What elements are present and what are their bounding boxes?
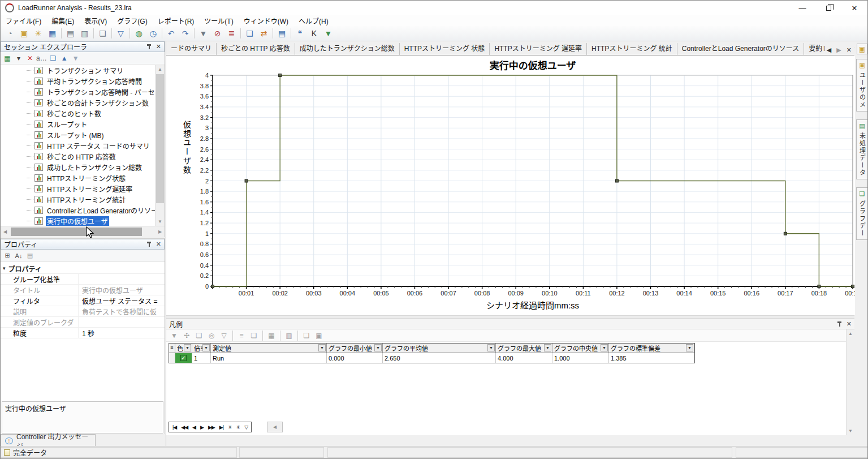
output-messages-icon[interactable]: ❝ (293, 27, 306, 40)
tree-item[interactable]: スループット (1, 119, 155, 130)
close-tab-icon[interactable]: ✕ (847, 46, 852, 54)
menu-item-7[interactable]: ヘルプ(H) (293, 15, 334, 26)
categorized-icon[interactable]: ⊞ (2, 251, 12, 261)
controller-output-tab[interactable]: ! Controller 出力メッセージ (1, 434, 96, 447)
legend-column-header-0[interactable]: 色▼ (175, 344, 192, 353)
scrollbar-thumb[interactable] (11, 228, 142, 236)
graph-tab-3[interactable]: HTTPストリーミング 状態 (400, 43, 490, 55)
legend-scroll-left-icon[interactable]: ◀ (267, 422, 283, 432)
prev-record-button[interactable]: ◀ (190, 424, 198, 430)
show-measurement-icon[interactable]: ◎ (206, 332, 217, 340)
right-tab-0[interactable]: ▣ユーザのメ (856, 59, 868, 111)
user-notes-button[interactable]: ▣ (857, 44, 867, 54)
last-record-button[interactable]: ▶| (217, 424, 226, 430)
first-record-button[interactable]: |◀ (170, 424, 179, 430)
graph-tab-0[interactable]: ードのサマリ (166, 43, 217, 55)
column-filter-dropdown-icon[interactable]: ▼ (318, 344, 326, 351)
scrollbar-thumb[interactable] (156, 74, 164, 203)
configure-columns-icon[interactable]: ▦ (266, 332, 277, 340)
property-row[interactable]: 説明負荷テストで各秒間に仮 (1, 306, 165, 317)
tree-item[interactable]: 平均トランザクション応答時間 (1, 76, 155, 87)
new-session-icon[interactable]: ✳ (32, 27, 45, 40)
raw-data-icon[interactable]: ❏ (301, 332, 312, 340)
menu-item-3[interactable]: グラフ(G) (112, 15, 152, 26)
animated-graph-icon[interactable]: ✣ (181, 332, 192, 340)
prev-tab-icon[interactable]: ◀ (827, 46, 831, 54)
export-legend-icon[interactable]: ▣ (313, 332, 325, 340)
copy-icon[interactable]: ❏ (96, 27, 109, 40)
pin-icon[interactable] (836, 321, 842, 327)
move-down-icon[interactable]: ▼ (71, 53, 81, 63)
menu-item-2[interactable]: 表示(V) (79, 15, 112, 26)
tree-item[interactable]: HTTP ステータス コードのサマリ (1, 140, 155, 151)
export-icon[interactable]: ▼ (322, 27, 335, 40)
copy-legend-icon[interactable]: ❏ (248, 332, 260, 340)
tree-item[interactable]: トランザクション サマリ (1, 65, 155, 76)
duplicate-measurement-icon[interactable]: ❏ (193, 332, 205, 340)
column-filter-dropdown-icon[interactable]: ▼ (487, 344, 495, 351)
close-button[interactable]: ✕ (841, 1, 867, 15)
append-record-button[interactable]: ✳ (234, 424, 243, 430)
tree-item[interactable]: 秒ごとのヒット数 (1, 108, 155, 119)
property-pages-icon[interactable]: ▤ (25, 251, 35, 261)
right-tab-1[interactable]: ▤未処理データ (856, 119, 868, 179)
property-row[interactable]: 測定値のブレークダ (1, 317, 165, 328)
tree-vertical-scrollbar[interactable]: ▲ ▼ (155, 65, 165, 226)
move-up-icon[interactable]: ▲ (59, 53, 70, 63)
scroll-up-icon[interactable]: ▲ (847, 329, 854, 338)
legend-column-header-6[interactable]: グラフの中央値▼ (552, 344, 609, 353)
merge-graphs-icon[interactable]: ≣ (225, 27, 238, 40)
graph-tab-1[interactable]: 秒ごとの HTTP 応答数 (217, 43, 295, 55)
column-filter-dropdown-icon[interactable]: ▼ (686, 344, 693, 351)
pin-icon[interactable] (146, 44, 152, 50)
graph-tab-6[interactable]: ControllerとLoad Generatorのリソース (677, 43, 804, 55)
property-row[interactable]: フィルタ仮想ユーザ ステータス = (1, 295, 165, 306)
configure-measurement-icon[interactable]: ▼ (169, 332, 180, 340)
tree-item[interactable]: スループット (MB) (1, 130, 155, 140)
next-tab-icon[interactable]: ▶ (836, 46, 841, 54)
column-filter-dropdown-icon[interactable]: ▼ (601, 344, 608, 351)
tree-item[interactable]: トランザクション応答時間 - パーセンタイル (1, 87, 155, 97)
add-graph-dropdown-icon[interactable]: ▾ (14, 53, 24, 63)
close-icon[interactable]: ✕ (156, 44, 161, 50)
scroll-right-icon[interactable]: ▶ (156, 226, 165, 237)
graph-tab-5[interactable]: HTTPストリーミング 統計 (587, 43, 677, 55)
property-row[interactable]: グループ化基準 (1, 274, 165, 285)
scroll-down-icon[interactable]: ▼ (847, 427, 854, 435)
column-filter-dropdown-icon[interactable]: ▼ (202, 344, 210, 351)
tree-item[interactable]: HTTPストリーミング状態 (1, 173, 155, 183)
legend-column-header-1[interactable]: 倍率▼ (192, 344, 211, 353)
time-filter-icon[interactable]: ◷ (146, 27, 159, 40)
tree-item[interactable]: ControllerとLoad Generatorのリソース (1, 205, 155, 216)
property-row[interactable]: タイトル実行中の仮想ユーザ (1, 285, 165, 295)
legend-column-header-5[interactable]: グラフの最大値▼ (496, 344, 552, 353)
property-category-row[interactable]: ▾プロパティ (1, 263, 165, 274)
scroll-up-icon[interactable]: ▲ (156, 65, 165, 74)
filter-measurement-icon[interactable]: ▽ (218, 332, 230, 340)
next-record-button[interactable]: ▶ (198, 424, 206, 430)
legend-column-header-4[interactable]: グラフの平均値▼ (383, 344, 496, 353)
column-filter-dropdown-icon[interactable]: ▼ (374, 344, 382, 351)
print-icon[interactable]: ▤ (64, 27, 77, 40)
tree-horizontal-scrollbar[interactable]: ◀ ▶ (1, 226, 165, 237)
legend-data-row[interactable]: ✓1Run0.0002.6504.0001.0001.385 (169, 353, 694, 363)
filter-icon[interactable]: ▽ (114, 27, 127, 40)
property-row[interactable]: 粒度1 秒 (1, 328, 165, 338)
fast-forward-button[interactable]: ▶▶ (206, 424, 217, 430)
menu-item-5[interactable]: ツール(T) (199, 15, 238, 26)
restore-button[interactable] (815, 1, 841, 15)
analysis-summary-icon[interactable]: K (308, 27, 321, 40)
column-filter-dropdown-icon[interactable]: ▼ (184, 344, 191, 351)
menu-item-6[interactable]: ウィンドウ(W) (239, 15, 293, 26)
filter-records-button[interactable]: ▽ (242, 424, 250, 430)
tree-item[interactable]: 秒ごとの HTTP 応答数 (1, 151, 155, 162)
right-tab-2[interactable]: ❏グラフデー (856, 187, 868, 240)
grid-view-icon[interactable]: ▥ (283, 332, 295, 340)
graph-tab-4[interactable]: HTTPストリーミング 遅延率 (490, 43, 587, 55)
report-icon[interactable]: ▤ (275, 27, 288, 40)
fast-rewind-button[interactable]: ◀◀ (179, 424, 190, 430)
tree-item[interactable]: 秒ごとの合計トランザクション数 (1, 97, 155, 108)
sort-legend-icon[interactable]: ≡ (236, 332, 247, 340)
row-selector[interactable] (169, 353, 175, 363)
save-session-icon[interactable]: ▦ (46, 27, 59, 40)
